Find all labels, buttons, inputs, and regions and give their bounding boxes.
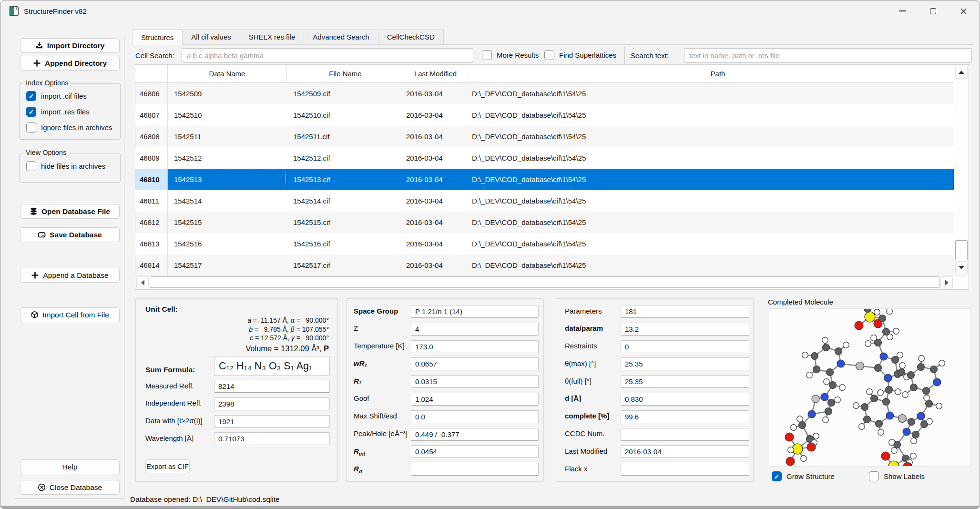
vertical-scrollbar[interactable] [954, 65, 969, 275]
cell-file-name[interactable]: 1542515.cif [287, 212, 404, 233]
tab[interactable]: Structures [132, 29, 183, 45]
property-value-field[interactable]: 8214 [214, 380, 330, 393]
cell-file-name[interactable]: 1542517.cif [287, 254, 404, 275]
tab[interactable]: Advanced Search [304, 30, 378, 45]
table-row[interactable]: 46808 1542511 1542511.cif 2016-03-04 D:\… [135, 126, 954, 147]
cell-last-modified[interactable]: 2016-03-04 [404, 254, 467, 275]
cell-last-modified[interactable]: 2016-03-04 [404, 83, 467, 104]
save-database-button[interactable]: Save Database [20, 227, 120, 242]
property-value-field[interactable] [621, 463, 749, 476]
cell-last-modified[interactable]: 2016-03-04 [404, 233, 467, 254]
open-database-button[interactable]: Open Database File [20, 204, 120, 219]
cell-file-name[interactable]: 1542511.cif [287, 126, 404, 147]
cell-path[interactable]: D:\_DEV\COD_database\cif\1\54\25 [467, 190, 954, 212]
tab[interactable]: SHELX res file [240, 30, 305, 45]
export-cif-button[interactable]: Export as CIF [145, 459, 190, 473]
close-database-button[interactable]: Close Database [20, 480, 120, 495]
cell-search-input[interactable] [182, 48, 473, 62]
cell-last-modified[interactable]: 2016-03-04 [404, 104, 467, 126]
vertical-scrollbar-thumb[interactable] [955, 240, 968, 260]
scroll-left-button[interactable] [136, 276, 149, 288]
cell-last-modified[interactable]: 2016-03-04 [404, 190, 467, 212]
table-row[interactable]: 46813 1542516 1542516.cif 2016-03-04 D:\… [135, 233, 954, 254]
cell-file-name[interactable]: 1542509.cif [287, 83, 404, 104]
scroll-right-button[interactable] [940, 276, 953, 288]
property-value-field[interactable]: P 1 21/n 1 (14) [411, 305, 539, 318]
table-row[interactable]: 46806 1542509 1542509.cif 2016-03-04 D:\… [135, 83, 954, 104]
cell-file-name[interactable]: 1542513.cif [287, 169, 404, 190]
cell-last-modified[interactable]: 2016-03-04 [404, 212, 467, 233]
cell-data-name[interactable]: 1542513 [168, 169, 287, 190]
tab[interactable]: All cif values [183, 30, 240, 45]
append-database-button[interactable]: Append a Database [20, 268, 120, 283]
property-value-field[interactable]: 0.0 [411, 410, 539, 423]
property-value-field[interactable]: 0.0657 [411, 357, 539, 370]
property-value-field[interactable]: 173.0 [411, 340, 539, 353]
search-text-input[interactable] [684, 48, 972, 62]
more-results-checkbox[interactable]: More Results [482, 50, 539, 60]
tab[interactable]: CellCheckCSD [378, 30, 444, 45]
checkbox-row[interactable]: hide files in archives [26, 161, 117, 171]
cell-data-name[interactable]: 1542509 [168, 83, 287, 104]
property-value-field[interactable]: 181 [621, 305, 749, 318]
cell-file-name[interactable]: 1542510.cif [287, 104, 404, 126]
cell-data-name[interactable]: 1542511 [168, 126, 287, 147]
cell-data-name[interactable]: 1542516 [168, 233, 287, 254]
find-superlattices-checkbox[interactable]: Find Superlattices [544, 50, 616, 60]
cell-file-name[interactable]: 1542516.cif [287, 233, 404, 254]
scroll-down-button[interactable] [955, 261, 968, 274]
property-value-field[interactable]: 25.35 [621, 375, 749, 388]
horizontal-scrollbar-thumb[interactable] [150, 276, 939, 288]
property-value-field[interactable]: 1.024 [411, 393, 539, 406]
cell-data-name[interactable]: 1542510 [168, 104, 287, 126]
checkbox-row[interactable]: import .cif files [26, 91, 117, 101]
import-directory-button[interactable]: Import Directory [20, 38, 120, 53]
property-value-field[interactable]: 0.0315 [411, 375, 539, 388]
property-value-field[interactable]: 0.830 [621, 393, 749, 406]
checkbox-row[interactable]: import .res files [26, 107, 117, 117]
property-value-field[interactable] [411, 463, 539, 476]
property-value-field[interactable]: 25.35 [621, 357, 749, 370]
property-value-field[interactable]: 0.71073 [214, 432, 330, 445]
table-row[interactable]: 46809 1542512 1542512.cif 2016-03-04 D:\… [135, 147, 954, 169]
table-row[interactable]: 46810 1542513 1542513.cif 2016-03-04 D:\… [135, 169, 954, 190]
cell-data-name[interactable]: 1542512 [168, 147, 287, 169]
append-directory-button[interactable]: Append Directory [20, 56, 120, 71]
maximize-button[interactable] [918, 0, 948, 21]
property-value-field[interactable]: 99.6 [621, 410, 749, 423]
table-row[interactable]: 46807 1542510 1542510.cif 2016-03-04 D:\… [135, 104, 954, 126]
header-row-number[interactable] [135, 65, 168, 82]
cell-file-name[interactable]: 1542512.cif [287, 147, 404, 169]
cell-path[interactable]: D:\_DEV\COD_database\cif\1\54\25 [467, 169, 954, 190]
minimize-button[interactable] [887, 0, 918, 21]
header-last-modified[interactable]: Last Modified [404, 65, 467, 82]
table-row[interactable]: 46812 1542515 1542515.cif 2016-03-04 D:\… [135, 212, 954, 233]
cell-path[interactable]: D:\_DEV\COD_database\cif\1\54\25 [467, 212, 954, 233]
property-value-field[interactable]: 13.2 [621, 323, 749, 336]
cell-data-name[interactable]: 1542514 [168, 190, 287, 212]
property-value-field[interactable]: 0.449 / -0.377 [411, 428, 539, 441]
cell-path[interactable]: D:\_DEV\COD_database\cif\1\54\25 [467, 233, 954, 254]
cell-file-name[interactable]: 1542514.cif [287, 190, 404, 212]
table-row[interactable]: 46811 1542514 1542514.cif 2016-03-04 D:\… [135, 190, 954, 212]
property-value-field[interactable] [621, 428, 749, 441]
cell-path[interactable]: D:\_DEV\COD_database\cif\1\54\25 [467, 83, 954, 104]
table-row[interactable]: 46814 1542517 1542517.cif 2016-03-04 D:\… [135, 254, 954, 275]
property-value-field[interactable]: 2398 [214, 397, 330, 410]
import-cell-button[interactable]: Import Cell from File [20, 307, 120, 322]
property-value-field[interactable]: 0.0454 [411, 445, 539, 458]
property-value-field[interactable]: 0 [621, 340, 749, 353]
sum-formula-field[interactable]: C₁₂ H₁₄ N₃ O₃ S₁ Ag₁ [214, 356, 330, 376]
close-button[interactable] [948, 0, 979, 21]
property-value-field[interactable]: 2016-03-04 [621, 445, 749, 458]
property-value-field[interactable]: 4 [411, 323, 539, 336]
cell-last-modified[interactable]: 2016-03-04 [404, 147, 467, 169]
cell-path[interactable]: D:\_DEV\COD_database\cif\1\54\25 [467, 104, 954, 126]
header-data-name[interactable]: Data Name [168, 65, 287, 82]
cell-path[interactable]: D:\_DEV\COD_database\cif\1\54\25 [467, 126, 954, 147]
cell-path[interactable]: D:\_DEV\COD_database\cif\1\54\25 [467, 147, 954, 169]
scroll-up-button[interactable] [955, 66, 968, 79]
cell-data-name[interactable]: 1542517 [168, 254, 287, 275]
property-value-field[interactable]: 1921 [214, 415, 330, 428]
checkbox-row[interactable]: Ignore files in archives [26, 122, 117, 132]
